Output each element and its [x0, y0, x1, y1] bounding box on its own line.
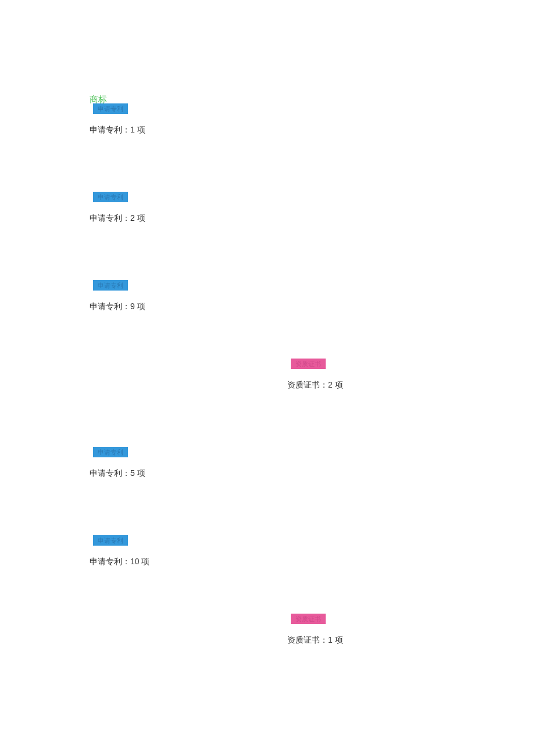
patent-tag-5: 申请专利: [93, 535, 128, 546]
patent-tag-3: 申请专利: [93, 280, 128, 291]
cert-text-2: 资质证书：1 项: [287, 634, 343, 646]
patent-text-4: 申请专利：5 项: [90, 467, 148, 479]
cert-tag-1: 资质证书: [291, 359, 326, 369]
patent-text-1: 申请专利：1 项: [90, 124, 148, 135]
cert-text-1: 资质证书：2 项: [287, 379, 343, 390]
cert-tag-2: 资质证书: [291, 614, 326, 624]
patent-tag-1: 申请专利: [93, 103, 128, 114]
patent-text-2: 申请专利：2 项: [90, 212, 148, 224]
patent-text-3: 申请专利：9 项: [90, 300, 148, 312]
patent-tag-4: 申请专利: [93, 447, 128, 457]
patent-text-5: 申请专利：10 项: [90, 556, 154, 567]
patent-tag-2: 申请专利: [93, 192, 128, 202]
